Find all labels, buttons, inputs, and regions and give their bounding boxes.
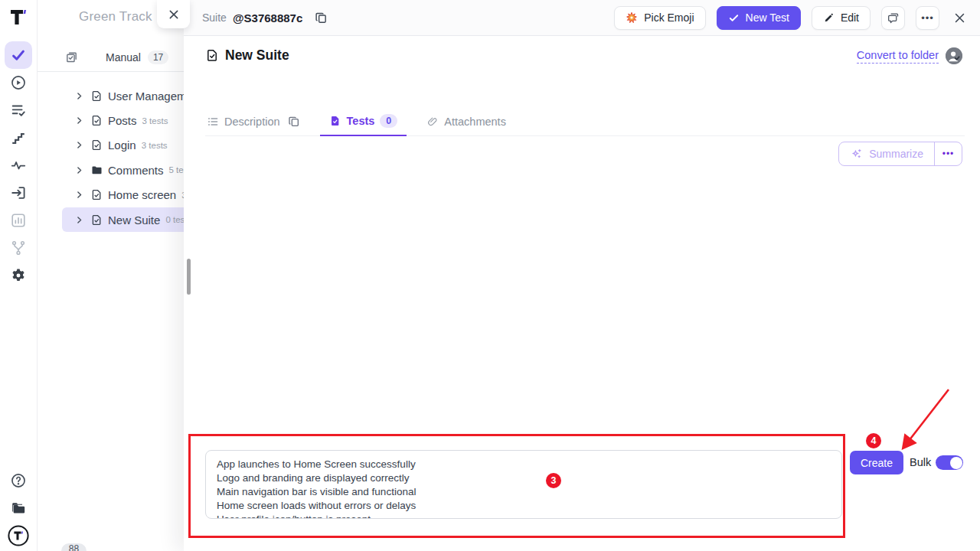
suite-doc-check-icon — [90, 188, 103, 201]
nav-settings-gear-icon[interactable] — [5, 262, 32, 289]
chevron-right-icon[interactable] — [75, 141, 83, 149]
chevron-right-icon[interactable] — [75, 116, 83, 125]
nav-branches-icon[interactable] — [5, 234, 32, 262]
tree-row-comments[interactable]: Comments 5 tests — [62, 158, 190, 182]
tree-row-posts[interactable]: Posts 3 tests — [62, 108, 190, 132]
create-button[interactable]: Create — [850, 451, 903, 474]
comments-button[interactable] — [881, 6, 905, 30]
new-test-label: New Test — [746, 11, 789, 24]
tests-count-badge: 0 — [380, 114, 397, 128]
doc-check-icon — [329, 115, 341, 127]
pick-emoji-button[interactable]: Pick Emoji — [614, 6, 705, 30]
suite-count: 3 tests — [142, 141, 168, 150]
tree-tab-bar: Manual 17 Automated — [38, 43, 190, 72]
logo-badge-icon[interactable] — [5, 522, 32, 549]
tab-label: Tests — [347, 115, 375, 127]
bulk-label: Bulk — [910, 456, 931, 468]
suite-doc-check-icon — [90, 139, 103, 152]
app-logo[interactable] — [0, 5, 37, 31]
suite-label: Posts — [108, 114, 137, 127]
tab-attachments[interactable]: Attachments — [425, 107, 508, 136]
suite-label: New Suite — [108, 214, 160, 227]
tree-bottom-count-badge: 88 — [61, 543, 87, 551]
suite-tree-panel: Green Track › Manual 17 Automated User M… — [38, 0, 190, 551]
nav-runs-icon[interactable] — [5, 69, 32, 96]
nav-import-icon[interactable] — [5, 179, 32, 207]
entity-type-label: Suite — [202, 11, 227, 24]
tab-description[interactable]: Description — [205, 107, 302, 136]
projects-folder-icon[interactable] — [5, 494, 32, 522]
manual-count-badge: 17 — [148, 51, 168, 64]
suite-doc-check-icon — [205, 48, 220, 63]
suite-detail-header: Suite @S3768887c Pick Emoji New — [184, 0, 980, 36]
nav-tests-icon[interactable] — [5, 41, 32, 69]
suite-tree: User Management Posts 3 tests Login 3 te… — [38, 83, 190, 232]
nav-pulse-icon[interactable] — [5, 152, 32, 179]
paperclip-icon — [426, 116, 439, 128]
tree-row-login[interactable]: Login 3 tests — [62, 133, 190, 158]
suite-detail-panel: Suite @S3768887c Pick Emoji New — [184, 0, 980, 551]
list-icon — [207, 116, 219, 128]
chevron-right-icon[interactable] — [75, 166, 83, 174]
suite-label: Login — [108, 139, 136, 152]
summarize-more-button[interactable]: ••• — [934, 142, 962, 165]
app-window: Green Track › Manual 17 Automated User M… — [0, 0, 980, 551]
pick-emoji-label: Pick Emoji — [644, 11, 694, 24]
suite-label: Comments — [108, 164, 164, 177]
detail-tab-bar: Description Tests 0 Attachments — [205, 107, 965, 136]
new-test-button[interactable]: New Test — [717, 6, 801, 30]
suite-label: User Management — [108, 90, 190, 103]
suite-doc-check-icon — [90, 214, 103, 227]
chevron-right-icon[interactable] — [75, 191, 83, 199]
help-icon[interactable] — [5, 467, 32, 494]
panel-close-button[interactable] — [157, 0, 190, 28]
tab-label: Description — [224, 116, 280, 128]
tab-label: Attachments — [444, 116, 506, 128]
chevron-right-icon[interactable] — [75, 216, 83, 224]
tree-scrollbar-thumb[interactable] — [187, 259, 191, 295]
folder-icon — [90, 164, 103, 177]
toggle-knob — [950, 457, 962, 469]
sparkles-ai-icon — [850, 148, 863, 161]
summarize-button[interactable]: Summarize — [839, 142, 934, 165]
close-panel-icon[interactable] — [953, 11, 966, 24]
suite-count: 3 tests — [142, 116, 168, 126]
edit-label: Edit — [841, 11, 859, 24]
summarize-label: Summarize — [869, 148, 923, 160]
convert-to-folder-link[interactable]: Convert to folder — [857, 49, 939, 64]
pencil-icon — [823, 12, 835, 24]
chat-bubble-icon — [887, 11, 900, 24]
copy-description-icon[interactable] — [288, 116, 300, 128]
suite-label: Home screen — [108, 188, 176, 201]
tab-tests[interactable]: Tests 0 — [320, 107, 407, 136]
copy-suite-id-icon[interactable] — [315, 11, 328, 24]
page-title: New Suite — [225, 47, 289, 64]
nav-plans-icon[interactable] — [5, 96, 32, 124]
tree-row-user-management[interactable]: User Management — [62, 83, 190, 108]
edit-button[interactable]: Edit — [812, 6, 871, 30]
collision-emoji-icon — [626, 11, 638, 24]
manual-tests-icon — [65, 51, 78, 64]
icon-rail — [0, 0, 38, 551]
suite-doc-check-icon — [90, 90, 103, 103]
assignee-avatar[interactable] — [946, 47, 962, 64]
more-actions-button[interactable]: ••• — [916, 6, 939, 30]
tab-manual[interactable]: Manual — [106, 51, 141, 64]
tree-row-new-suite[interactable]: New Suite 0 tests — [62, 207, 190, 232]
nav-steps-icon[interactable] — [5, 124, 32, 152]
bulk-tests-input[interactable]: App launches to Home Screen successfully… — [205, 450, 842, 519]
tree-row-home-screen[interactable]: Home screen 3 tests — [62, 183, 190, 207]
suite-id: @S3768887c — [233, 11, 302, 24]
nav-analytics-icon[interactable] — [5, 207, 32, 234]
check-icon — [728, 12, 740, 24]
bulk-toggle[interactable] — [936, 455, 963, 470]
summarize-split-button: Summarize ••• — [838, 142, 962, 166]
chevron-right-icon[interactable] — [75, 92, 83, 100]
suite-doc-check-icon — [90, 114, 103, 127]
project-name[interactable]: Green Track — [79, 9, 152, 24]
